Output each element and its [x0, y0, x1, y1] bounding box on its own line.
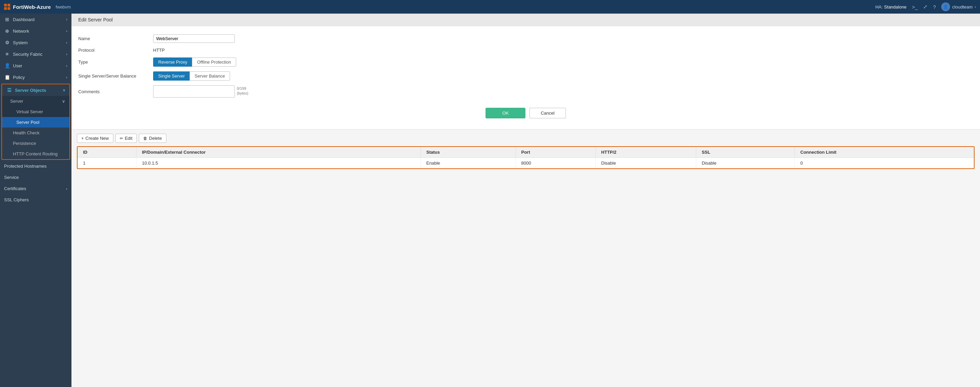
sidebar-item-system[interactable]: ⚙ System ›	[0, 37, 72, 48]
help-icon[interactable]: ?	[933, 4, 936, 10]
col-ssl: SSL	[696, 147, 795, 158]
cell-connection-limit: 0	[795, 158, 974, 169]
server-balance-button[interactable]: Server Balance	[189, 71, 230, 81]
edit-icon: ✏	[120, 136, 123, 141]
expand-icon[interactable]: ⤢	[923, 4, 928, 10]
chevron-icon: ›	[66, 63, 67, 68]
name-input[interactable]	[153, 34, 235, 43]
user-icon: 👤	[4, 63, 10, 68]
type-reverse-proxy-button[interactable]: Reverse Proxy	[153, 57, 192, 67]
content-area: Edit Server Pool Name Protocol HTTP Type…	[72, 14, 980, 387]
table-section: + Create New ✏ Edit 🗑 Delete ID	[72, 130, 980, 173]
name-label: Name	[78, 36, 153, 41]
delete-button[interactable]: 🗑 Delete	[139, 134, 166, 143]
edit-label: Edit	[125, 136, 132, 141]
sidebar-label-virtual-server: Virtual Server	[16, 109, 43, 114]
sidebar-item-health-check[interactable]: Health Check	[2, 127, 69, 138]
sidebar-item-server-objects[interactable]: ☰ Server Objects ∨	[2, 84, 69, 96]
sidebar-label-service: Service	[4, 175, 19, 180]
server-objects-icon: ☰	[6, 87, 12, 93]
edit-button[interactable]: ✏ Edit	[115, 134, 137, 143]
dashboard-icon: ⊞	[4, 17, 10, 22]
sidebar-item-http-content-routing[interactable]: HTTP Content Routing	[2, 149, 69, 159]
sidebar-item-security-fabric[interactable]: ✳ Security Fabric ›	[0, 48, 72, 60]
sidebar: ⊞ Dashboard › ⊕ Network › ⚙ System › ✳ S…	[0, 14, 72, 387]
sidebar-label-persistence: Persistence	[13, 141, 36, 146]
ha-status: HA: Standalone	[875, 5, 906, 10]
page-header: Edit Server Pool	[72, 14, 980, 26]
chevron-icon: ›	[66, 75, 67, 79]
security-fabric-icon: ✳	[4, 51, 10, 57]
ok-button[interactable]: OK	[485, 108, 525, 118]
topbar: FortiWeb-Azure fwebvm HA: Standalone >_ …	[0, 0, 980, 14]
table-header-row: ID IP/Domain/External Connector Status P…	[78, 147, 974, 158]
sidebar-item-persistence[interactable]: Persistence	[2, 138, 69, 149]
protocol-label: Protocol	[78, 48, 153, 53]
sidebar-item-user[interactable]: 👤 User ›	[0, 60, 72, 71]
chevron-icon: ›	[66, 52, 67, 56]
col-status: Status	[421, 147, 515, 158]
col-ip: IP/Domain/External Connector	[137, 147, 421, 158]
sidebar-item-service[interactable]: Service	[0, 172, 72, 183]
avatar: 👤	[941, 2, 950, 11]
chevron-down-icon: ∨	[63, 88, 65, 92]
create-new-button[interactable]: + Create New	[77, 134, 113, 143]
sidebar-item-server[interactable]: Server ∨	[2, 96, 69, 106]
topbar-right: HA: Standalone >_ ⤢ ? 👤 cloudteam ›	[875, 2, 976, 11]
network-icon: ⊕	[4, 28, 10, 34]
form-row-type: Type Reverse Proxy Offline Protection	[78, 57, 973, 67]
policy-icon: 📋	[4, 75, 10, 80]
form-row-comments: Comments 0/199 (bytes)	[78, 86, 973, 98]
type-label: Type	[78, 60, 153, 65]
cell-port: 8000	[515, 158, 595, 169]
sidebar-label-dashboard: Dashboard	[13, 17, 35, 22]
data-table-wrapper: ID IP/Domain/External Connector Status P…	[77, 146, 975, 169]
single-server-button[interactable]: Single Server	[153, 71, 189, 81]
server-pool-table: ID IP/Domain/External Connector Status P…	[78, 147, 974, 168]
chevron-down-icon: ∨	[62, 98, 65, 104]
sidebar-item-ssl-ciphers[interactable]: SSL Ciphers	[0, 194, 72, 205]
cell-status: Enable	[421, 158, 515, 169]
terminal-icon[interactable]: >_	[912, 4, 918, 10]
comments-label: Comments	[78, 89, 153, 94]
sidebar-label-security-fabric: Security Fabric	[13, 52, 43, 57]
col-http2: HTTP/2	[595, 147, 696, 158]
table-toolbar: + Create New ✏ Edit 🗑 Delete	[77, 134, 975, 143]
sidebar-label-protected-hostnames: Protected Hostnames	[4, 163, 47, 169]
sidebar-label-ssl-ciphers: SSL Ciphers	[4, 197, 29, 202]
logo-grid-icon	[4, 4, 10, 10]
server-balance-label: Single Server/Server Balance	[78, 73, 153, 79]
sidebar-label-certificates: Certificates	[4, 186, 26, 191]
table-row[interactable]: 1 10.0.1.5 Enable 8000 Disable Disable 0	[78, 158, 974, 169]
protocol-value: HTTP	[153, 48, 165, 53]
chevron-icon: ›	[66, 187, 67, 191]
cell-ip: 10.0.1.5	[137, 158, 421, 169]
sidebar-item-policy[interactable]: 📋 Policy ›	[0, 71, 72, 83]
cell-id: 1	[78, 158, 137, 169]
plus-icon: +	[81, 136, 84, 141]
sidebar-label-http-content-routing: HTTP Content Routing	[13, 151, 57, 156]
sidebar-section-server-objects: ☰ Server Objects ∨ Server ∨ Virtual Serv…	[2, 84, 70, 160]
system-icon: ⚙	[4, 40, 10, 45]
chevron-icon: ›	[66, 40, 67, 44]
cancel-button[interactable]: Cancel	[530, 108, 566, 118]
sidebar-label-policy: Policy	[13, 75, 25, 80]
sidebar-item-virtual-server[interactable]: Virtual Server	[2, 106, 69, 117]
sidebar-item-certificates[interactable]: Certificates ›	[0, 183, 72, 194]
sidebar-label-user: User	[13, 63, 22, 68]
sidebar-item-dashboard[interactable]: ⊞ Dashboard ›	[0, 14, 72, 25]
comments-input[interactable]	[153, 86, 235, 98]
page-title: Edit Server Pool	[78, 17, 113, 22]
sidebar-item-protected-hostnames[interactable]: Protected Hostnames	[0, 160, 72, 172]
app-logo[interactable]: FortiWeb-Azure fwebvm	[4, 4, 71, 10]
delete-icon: 🗑	[143, 136, 147, 141]
type-offline-protection-button[interactable]: Offline Protection	[192, 57, 236, 67]
col-connection-limit: Connection Limit	[795, 147, 974, 158]
col-id: ID	[78, 147, 137, 158]
user-menu[interactable]: 👤 cloudteam ›	[941, 2, 976, 11]
sidebar-item-server-pool[interactable]: Server Pool	[2, 117, 69, 127]
form-row-server-balance: Single Server/Server Balance Single Serv…	[78, 71, 973, 81]
cell-http2: Disable	[595, 158, 696, 169]
sidebar-item-network[interactable]: ⊕ Network ›	[0, 25, 72, 37]
username: cloudteam	[952, 5, 972, 10]
